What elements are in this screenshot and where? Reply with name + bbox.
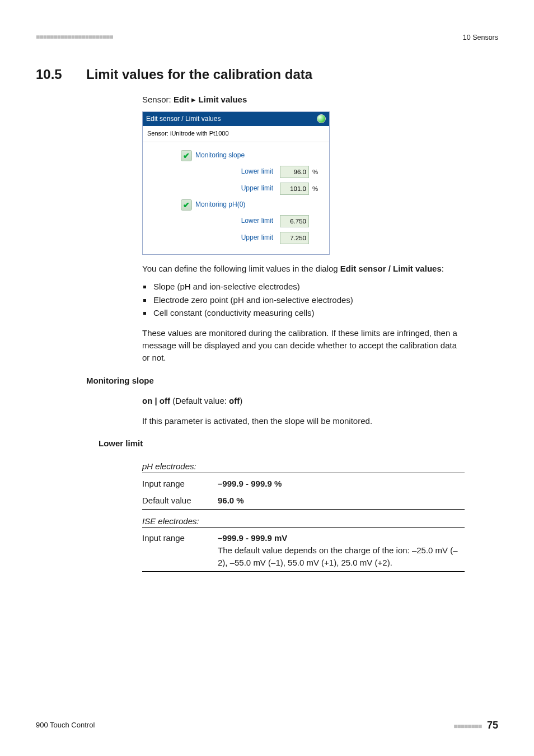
table-row: Input range –999.9 - 999.9 mV The defaul… (142, 530, 465, 571)
panel-sensor-line: Sensor: iUnitrode with Pt1000 (143, 126, 329, 142)
monitoring-ph0-label: Monitoring pH(0) (195, 200, 245, 209)
slope-lower-label: Lower limit (147, 167, 277, 176)
decorative-dots-top: ■■■■■■■■■■■■■■■■■■■■■■ (36, 32, 113, 42)
ph-input-range-key: Input range (142, 475, 218, 492)
footer-product: 900 Touch Control (36, 720, 95, 731)
breadcrumb-prefix: Sensor: (142, 95, 174, 104)
ph0-upper-input[interactable]: 7.250 (280, 232, 309, 244)
slope-upper-input[interactable]: 101.0 (280, 183, 309, 195)
ph-input-range-val: –999.9 - 999.9 % (218, 479, 282, 488)
table-row: Input range –999.9 - 999.9 % (142, 475, 465, 492)
ph0-lower-input[interactable]: 6.750 (280, 215, 309, 227)
monitoring-paragraph: These values are monitored during the ca… (142, 327, 465, 363)
slope-lower-unit: % (312, 167, 325, 177)
ph-spec-table: Input range –999.9 - 999.9 % Default val… (142, 475, 465, 509)
breadcrumb-edit: Edit (174, 95, 189, 104)
ph-default-val: 96.0 % (218, 496, 244, 505)
monitoring-slope-desc: If this parameter is activated, then the… (142, 415, 465, 427)
list-item: Electrode zero point (pH and ion-selecti… (152, 294, 465, 306)
breadcrumb: Sensor: Edit ▸ Limit values (142, 94, 465, 106)
monitoring-slope-heading: Monitoring slope (86, 375, 498, 387)
chapter-ref: 10 Sensors (463, 32, 498, 43)
ph-electrodes-label: pH electrodes: (142, 460, 465, 473)
lower-limit-heading: Lower limit (99, 437, 498, 450)
section-title: Limit values for the calibration data (86, 67, 312, 82)
ise-input-range-val: –999.9 - 999.9 mV (218, 533, 287, 543)
section-number: 10.5 (36, 65, 86, 85)
ise-default-note: The default value depends on the charge … (218, 545, 458, 567)
monitoring-slope-label: Monitoring slope (195, 151, 245, 160)
table-row: Default value 96.0 % (142, 492, 465, 509)
monitoring-slope-checkbox[interactable]: ✔ (181, 150, 192, 161)
decorative-dots-footer: ■■■■■■■■ (453, 722, 481, 730)
status-led-icon (317, 114, 326, 123)
ise-electrodes-label: ISE electrodes: (142, 515, 465, 528)
section-heading: 10.5Limit values for the calibration dat… (36, 65, 498, 85)
monitoring-slope-values: on | off (Default value: off) (142, 395, 465, 407)
ph0-upper-label: Upper limit (147, 233, 277, 242)
slope-upper-unit: % (312, 184, 325, 194)
ph-default-key: Default value (142, 492, 218, 509)
ph0-lower-label: Lower limit (147, 216, 277, 226)
limits-bullets: Slope (pH and ion-selective electrodes) … (152, 281, 465, 319)
list-item: Cell constant (conductivity measuring ce… (152, 307, 465, 319)
page-number: 75 (487, 720, 498, 731)
slope-lower-input[interactable]: 96.0 (280, 166, 309, 178)
breadcrumb-limit: Limit values (199, 95, 247, 104)
monitoring-ph0-checkbox[interactable]: ✔ (181, 199, 192, 211)
ise-spec-table: Input range –999.9 - 999.9 mV The defaul… (142, 530, 465, 571)
slope-upper-label: Upper limit (147, 184, 277, 193)
breadcrumb-sep: ▸ (189, 95, 198, 104)
intro-paragraph: You can define the following limit value… (142, 263, 465, 275)
limit-values-panel: Edit sensor / Limit values Sensor: iUnit… (142, 111, 330, 255)
panel-title: Edit sensor / Limit values (146, 114, 221, 124)
ise-input-range-key: Input range (142, 530, 218, 571)
list-item: Slope (pH and ion-selective electrodes) (152, 281, 465, 293)
